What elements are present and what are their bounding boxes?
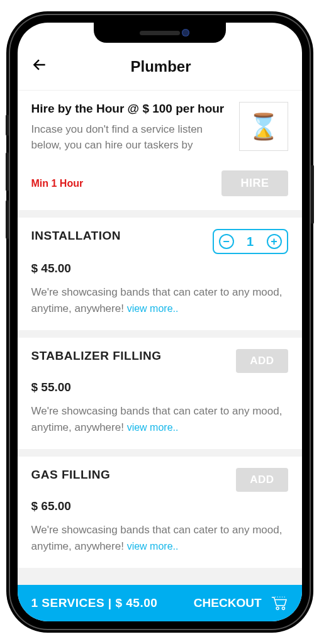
svg-point-0 [276, 607, 279, 609]
hire-minimum: Min 1 Hour [31, 178, 84, 189]
svg-point-1 [282, 607, 284, 609]
cart-icon [269, 595, 288, 611]
add-button[interactable]: ADD [236, 468, 288, 492]
checkout-bar: 1 SERVICES | $ 45.00 CHECKOUT [18, 585, 302, 621]
service-price: $ 55.00 [31, 380, 288, 394]
quantity-value: 1 [239, 235, 262, 249]
page-title: Plumber [34, 58, 288, 75]
view-more-link[interactable]: view more.. [127, 303, 179, 314]
service-name: GAS FILLING [31, 468, 111, 482]
view-more-link[interactable]: view more.. [127, 422, 179, 433]
service-card: STABALIZER FILLING ADD $ 55.00 We're sho… [18, 338, 302, 449]
service-price: $ 65.00 [31, 499, 288, 513]
plus-button[interactable]: + [262, 230, 287, 253]
hire-card: Hire by the Hour @ $ 100 per hour Incase… [18, 91, 302, 210]
service-card: INSTALLATION − 1 + $ 45.00 We're showcas… [18, 218, 302, 330]
service-card: GAS FILLING ADD $ 65.00 We're showcasing… [18, 457, 302, 568]
quantity-stepper: − 1 + [213, 229, 288, 254]
hire-description: Incase you don't find a service listen b… [31, 122, 229, 153]
hire-button[interactable]: HIRE [221, 170, 288, 196]
view-more-link[interactable]: view more.. [127, 541, 179, 552]
hire-title: Hire by the Hour @ $ 100 per hour [31, 102, 229, 116]
add-button[interactable]: ADD [236, 349, 288, 373]
service-price: $ 45.00 [31, 262, 288, 275]
service-description: We're showcasing bands that can cater to… [31, 284, 288, 316]
checkout-label: CHECKOUT [194, 596, 262, 610]
scroll-area: Hire by the Hour @ $ 100 per hour Incase… [18, 91, 302, 585]
service-name: INSTALLATION [31, 229, 121, 243]
service-description: We're showcasing bands that can cater to… [31, 522, 288, 554]
service-name: STABALIZER FILLING [31, 349, 162, 363]
service-description: We're showcasing bands that can cater to… [31, 403, 288, 435]
minus-button[interactable]: − [214, 230, 239, 253]
hourglass-icon: ⌛ [239, 102, 288, 151]
footer-summary: 1 SERVICES | $ 45.00 [31, 596, 158, 610]
checkout-button[interactable]: CHECKOUT [194, 595, 288, 611]
